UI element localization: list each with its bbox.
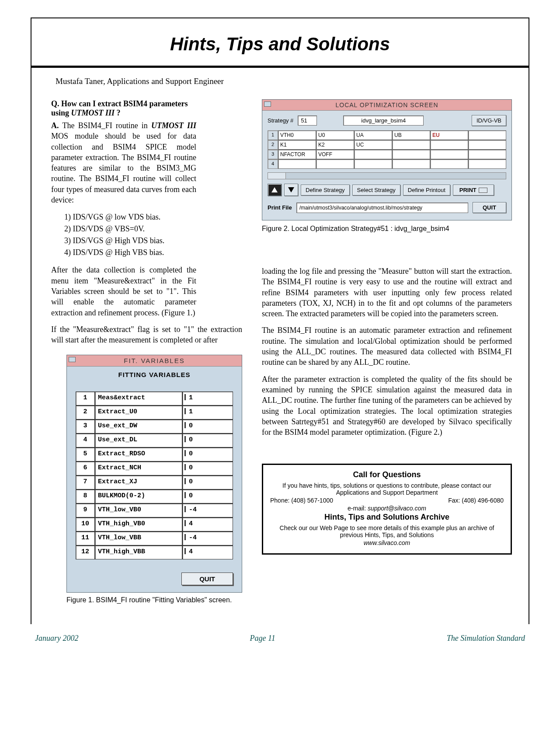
variable-value-input[interactable]: 0 — [182, 419, 233, 433]
row-number: 9 — [76, 503, 95, 517]
callbox-text-1: If you have hints, tips, solutions or qu… — [270, 482, 504, 496]
right-para-2: The BSIM4_FI routine is an automatic par… — [262, 325, 512, 367]
parameter-cell[interactable] — [430, 140, 468, 150]
horizontal-scrollbar[interactable] — [268, 172, 506, 179]
variable-name: Use_ext_DW — [95, 419, 182, 433]
row-number: 11 — [76, 531, 95, 545]
variable-name: Meas&extract — [95, 391, 182, 405]
window-title: FIT. VARIABLES — [124, 357, 184, 364]
table-row: 2Extract_U01 — [76, 405, 233, 419]
question: Q. How can I extract BSIM4 parameters us… — [51, 99, 196, 118]
row-number: 8 — [76, 489, 95, 503]
parameter-cell[interactable]: EU — [430, 130, 468, 140]
variable-name: VTH_low_VBB — [95, 531, 182, 545]
footer-date: January 2002 — [35, 634, 78, 643]
figure1-caption: Figure 1. BSIM4_FI routine "Fitting Vari… — [66, 596, 242, 604]
variable-value-input[interactable]: -4 — [182, 503, 233, 517]
grid-row-number: 4 — [268, 159, 278, 169]
table-row: 1Meas&extract1 — [76, 391, 233, 405]
plot-type-button[interactable]: ID/VG-VB — [472, 115, 506, 126]
variable-value-input[interactable]: 0 — [182, 433, 233, 447]
prev-button[interactable] — [268, 184, 282, 196]
parameter-cell[interactable]: K1 — [278, 140, 316, 150]
quit-button[interactable]: QUIT — [473, 202, 506, 213]
row-number: 12 — [76, 545, 95, 559]
row-number: 6 — [76, 461, 95, 475]
window-titlebar: LOCAL OPTIMIZATION SCREEN — [262, 100, 511, 111]
parameter-cell[interactable] — [468, 130, 506, 140]
variable-value-input[interactable]: 0 — [182, 475, 233, 489]
strategy-number-input[interactable]: 51 — [298, 115, 317, 126]
window-menu-icon[interactable] — [69, 357, 76, 362]
parameter-cell[interactable] — [468, 159, 506, 169]
variable-value-input[interactable]: 4 — [182, 517, 233, 531]
parameter-cell[interactable] — [354, 159, 392, 169]
triangle-up-icon — [271, 187, 278, 192]
para-full-width: If the "Measure&extract" flag is set to … — [51, 324, 242, 346]
parameter-cell[interactable]: U0 — [316, 130, 354, 140]
define-strategy-button[interactable]: Define Strategy — [301, 185, 350, 196]
next-button[interactable] — [284, 184, 298, 196]
variable-name: VTH_high_VB0 — [95, 517, 182, 531]
variable-value-input[interactable]: 1 — [182, 391, 233, 405]
parameter-cell[interactable] — [430, 150, 468, 159]
parameter-cell[interactable] — [392, 150, 430, 159]
quit-button[interactable]: QUIT — [181, 573, 233, 585]
para-after-list: After the data collection is completed t… — [51, 265, 196, 318]
callbox-heading-2: Hints, Tips and Solutions Archive — [270, 513, 504, 522]
variable-name: Extract_RDSO — [95, 447, 182, 461]
strategy-name-input[interactable]: idvg_large_bsim4 — [343, 115, 424, 126]
table-row: 12VTH_high_VBB4 — [76, 545, 233, 559]
table-row: 4Use_ext_DL0 — [76, 433, 233, 447]
parameter-cell[interactable]: VOFF — [316, 150, 354, 159]
fit-variables-table: 1Meas&extract12Extract_U013Use_ext_DW04U… — [76, 391, 233, 559]
callbox-fax: Fax: (408) 496-6080 — [448, 497, 504, 504]
fit-variables-window: FIT. VARIABLES FITTING VARIABLES 1Meas&e… — [66, 355, 242, 593]
callbox-phone: Phone: (408) 567-1000 — [270, 497, 333, 504]
parameter-cell[interactable]: UA — [354, 130, 392, 140]
list-item: 3) IDS/VGS @ High VDS bias. — [64, 235, 209, 247]
page-title: Hints, Tips and Solutions — [31, 34, 529, 55]
select-strategy-button[interactable]: Select Strategy — [352, 185, 400, 196]
variable-value-input[interactable]: 0 — [182, 461, 233, 475]
variable-name: Use_ext_DL — [95, 433, 182, 447]
parameter-cell[interactable]: UB — [392, 130, 430, 140]
author-line: Mustafa Taner, Applications and Support … — [56, 77, 509, 86]
parameter-cell[interactable] — [278, 159, 316, 169]
parameter-cell[interactable] — [468, 150, 506, 159]
parameter-cell[interactable] — [468, 140, 506, 150]
printer-icon — [479, 188, 487, 193]
window-menu-icon[interactable] — [264, 101, 271, 107]
parameter-cell[interactable] — [430, 159, 468, 169]
grid-row-number: 2 — [268, 140, 278, 150]
callbox-text-2: Check our our Web Page to see more detai… — [270, 524, 504, 538]
print-button[interactable]: PRINT — [453, 185, 494, 196]
variable-value-input[interactable]: 1 — [182, 405, 233, 419]
variable-name: VTH_high_VBB — [95, 545, 182, 559]
table-row: 6Extract_NCH0 — [76, 461, 233, 475]
grid-row-number: 3 — [268, 150, 278, 159]
parameter-cell[interactable] — [316, 159, 354, 169]
footer-page: Page 11 — [250, 634, 275, 643]
parameter-cell[interactable] — [354, 150, 392, 159]
parameter-cell[interactable] — [392, 159, 430, 169]
define-printout-button[interactable]: Define Printout — [403, 185, 450, 196]
parameter-cell[interactable] — [392, 140, 430, 150]
footer-publication: The Simulation Standard — [447, 634, 525, 643]
figure2-caption: Figure 2. Local Optimization Strategy#51… — [262, 225, 512, 233]
parameter-cell[interactable]: NFACTOR — [278, 150, 316, 159]
table-row: 7Extract_XJ0 — [76, 475, 233, 489]
variable-value-input[interactable]: 4 — [182, 545, 233, 559]
parameter-cell[interactable]: K2 — [316, 140, 354, 150]
variable-value-input[interactable]: 0 — [182, 447, 233, 461]
parameter-cell[interactable]: VTH0 — [278, 130, 316, 140]
parameter-cell[interactable]: UC — [354, 140, 392, 150]
print-file-path-input[interactable]: /main/utmost3/silvaco/analog/utmost.lib/… — [296, 203, 468, 213]
variable-name: Extract_U0 — [95, 405, 182, 419]
measurement-list: 1) IDS/VGS @ low VDS bias. 2) IDS/VDS @ … — [64, 211, 209, 258]
table-row: 11VTH_low_VBB-4 — [76, 531, 233, 545]
right-para-1: loading the log file and pressing the "M… — [262, 266, 512, 319]
list-item: 2) IDS/VDS @ VBS=0V. — [64, 223, 209, 235]
variable-value-input[interactable]: -4 — [182, 531, 233, 545]
variable-value-input[interactable]: 0 — [182, 489, 233, 503]
